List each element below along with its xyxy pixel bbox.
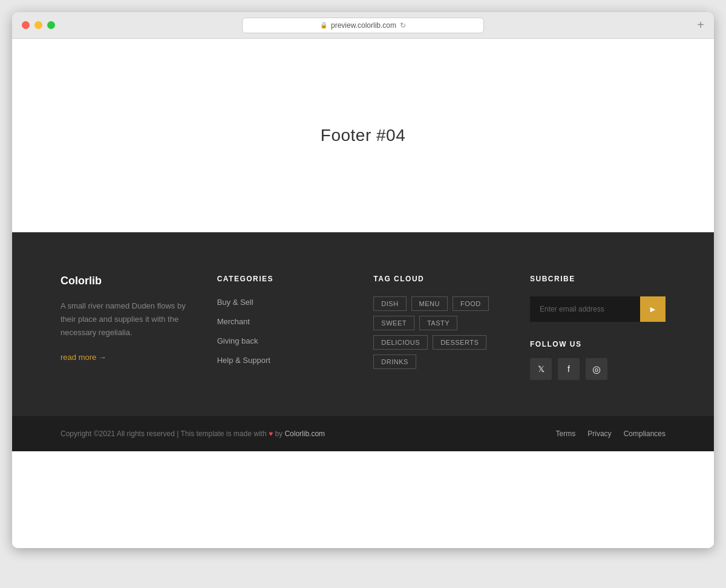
tag-menu[interactable]: MENU bbox=[411, 296, 448, 311]
minimize-button[interactable] bbox=[34, 21, 42, 29]
compliances-link[interactable]: Compliances bbox=[624, 430, 666, 438]
footer-main: Colorlib A small river named Duden flows… bbox=[12, 232, 714, 416]
subscribe-form: ► bbox=[530, 296, 666, 322]
address-bar[interactable]: 🔒 preview.colorlib.com ↻ bbox=[242, 18, 484, 33]
tag-delicious[interactable]: DELICIOUS bbox=[373, 335, 428, 350]
list-item: Giving back bbox=[217, 335, 350, 346]
browser-content: Footer #04 Colorlib A small river named … bbox=[12, 39, 714, 548]
read-more-link[interactable]: read more → bbox=[60, 353, 106, 362]
footer-tagcloud-col: TAG CLOUD DISH MENU FOOD SWEET TASTY DEL… bbox=[373, 275, 506, 380]
facebook-symbol: f bbox=[567, 364, 570, 374]
terms-link[interactable]: Terms bbox=[556, 430, 576, 438]
subscribe-button[interactable]: ► bbox=[640, 296, 666, 322]
twitter-icon[interactable]: 𝕏 bbox=[530, 358, 552, 380]
follow-title: FOLLOW US bbox=[530, 340, 666, 348]
email-input[interactable] bbox=[530, 296, 640, 322]
tag-tasty[interactable]: TASTY bbox=[419, 316, 457, 330]
copyright-text: Copyright ©2021 All rights reserved | Th… bbox=[60, 430, 325, 438]
window-controls bbox=[22, 21, 55, 29]
page-title: Footer #04 bbox=[321, 126, 405, 145]
tag-desserts[interactable]: DESSERTS bbox=[433, 335, 486, 350]
copyright-prefix: Copyright ©2021 All rights reserved | Th… bbox=[60, 430, 267, 438]
list-item: Merchant bbox=[217, 316, 350, 327]
category-link-merchant[interactable]: Merchant bbox=[217, 317, 250, 326]
subscribe-title: SUBCRIBE bbox=[530, 275, 666, 283]
tag-food[interactable]: FOOD bbox=[453, 296, 489, 311]
send-icon: ► bbox=[649, 304, 657, 314]
footer-bottom-links: Terms Privacy Compliances bbox=[556, 430, 666, 438]
tag-cloud: DISH MENU FOOD SWEET TASTY DELICIOUS DES… bbox=[373, 296, 506, 369]
maximize-button[interactable] bbox=[47, 21, 55, 29]
main-area: Footer #04 bbox=[12, 39, 714, 232]
tag-sweet[interactable]: SWEET bbox=[373, 316, 414, 330]
below-footer bbox=[12, 451, 714, 548]
facebook-icon[interactable]: f bbox=[558, 358, 580, 380]
close-button[interactable] bbox=[22, 21, 30, 29]
twitter-symbol: 𝕏 bbox=[538, 364, 544, 374]
privacy-link[interactable]: Privacy bbox=[587, 430, 611, 438]
brand-name: Colorlib bbox=[60, 275, 193, 287]
reload-icon[interactable]: ↻ bbox=[400, 21, 406, 30]
footer-brand-col: Colorlib A small river named Duden flows… bbox=[60, 275, 193, 380]
category-link-giving-back[interactable]: Giving back bbox=[217, 336, 258, 345]
lock-icon: 🔒 bbox=[320, 22, 327, 28]
browser-window: 🔒 preview.colorlib.com ↻ + Footer #04 Co… bbox=[12, 12, 714, 548]
category-link-help-support[interactable]: Help & Support bbox=[217, 356, 270, 365]
category-link-buy-sell[interactable]: Buy & Sell bbox=[217, 298, 253, 307]
footer-bottom: Copyright ©2021 All rights reserved | Th… bbox=[12, 416, 714, 451]
tag-drinks[interactable]: DRINKS bbox=[373, 354, 416, 369]
tag-dish[interactable]: DISH bbox=[373, 296, 406, 311]
list-item: Buy & Sell bbox=[217, 296, 350, 307]
by-text: by bbox=[275, 430, 283, 438]
instagram-icon[interactable]: ◎ bbox=[586, 358, 607, 380]
categories-list: Buy & Sell Merchant Giving back Help & S… bbox=[217, 296, 350, 365]
browser-titlebar: 🔒 preview.colorlib.com ↻ + bbox=[12, 12, 714, 39]
tagcloud-title: TAG CLOUD bbox=[373, 275, 506, 283]
instagram-symbol: ◎ bbox=[592, 364, 601, 375]
footer-grid: Colorlib A small river named Duden flows… bbox=[60, 275, 666, 380]
brand-description: A small river named Duden flows by their… bbox=[60, 299, 193, 339]
categories-title: CATEGORIES bbox=[217, 275, 350, 283]
list-item: Help & Support bbox=[217, 354, 350, 365]
footer-categories-col: CATEGORIES Buy & Sell Merchant Giving ba… bbox=[217, 275, 350, 380]
social-icons: 𝕏 f ◎ bbox=[530, 358, 666, 380]
heart-icon: ♥ bbox=[269, 430, 273, 438]
new-tab-button[interactable]: + bbox=[697, 18, 704, 32]
footer-subscribe-col: SUBCRIBE ► FOLLOW US 𝕏 f bbox=[530, 275, 666, 380]
colorlib-link[interactable]: Colorlib.com bbox=[284, 430, 325, 438]
url-text: preview.colorlib.com bbox=[331, 21, 396, 30]
